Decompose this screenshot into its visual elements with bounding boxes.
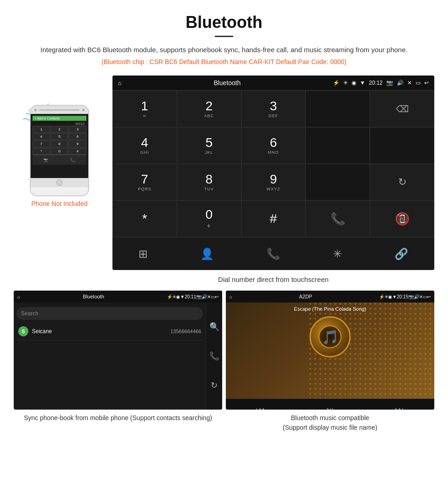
phonebook-caption: Sync phone-book from mobile phone (Suppo… bbox=[14, 410, 222, 423]
phone-key-hash[interactable]: # bbox=[69, 148, 86, 155]
phone-key-2[interactable]: 2 bbox=[51, 126, 69, 133]
dial-key-backspace[interactable]: ⌫ bbox=[370, 91, 434, 127]
top-section: 〜〜 〜〜 〜〜 ⚡ + Add to Contacts M210 1 2 3 bbox=[0, 76, 448, 291]
phone-dot-1 bbox=[34, 109, 37, 111]
phone-key-3[interactable]: 3 bbox=[69, 126, 86, 133]
header-description: Integrated with BC6 Bluetooth module, su… bbox=[27, 44, 421, 55]
dial-key-call[interactable]: 📞 bbox=[305, 200, 370, 237]
phone-not-included-label: Phone Not Included bbox=[32, 200, 88, 207]
phone-key-9[interactable]: 9 bbox=[69, 140, 86, 147]
music-album-art: 🎵 bbox=[309, 316, 351, 357]
statusbar-left: ⌂ bbox=[118, 80, 122, 86]
pb-side-search-icon[interactable]: 🔍 bbox=[209, 322, 219, 332]
phonebook-side-icons: 🔍 📞 ↻ bbox=[206, 303, 222, 410]
music-caption: Bluetooth music compatible(Support displ… bbox=[226, 410, 434, 432]
music-play-pause-icon[interactable]: ⏯ bbox=[325, 405, 335, 410]
pb-close-icon[interactable]: ✕ bbox=[207, 294, 211, 299]
phone-key-6[interactable]: 6 bbox=[69, 133, 86, 140]
music-statusbar: ⌂ A2DP ⚡ ✳ ◉ ▼ 20:15 📷 🔊 ✕ ▭ ↩ bbox=[226, 291, 434, 303]
dial-key-empty-4 bbox=[305, 164, 370, 200]
dial-key-8[interactable]: 8 TUV bbox=[177, 164, 241, 200]
contact-avatar: S bbox=[18, 326, 28, 336]
music-song-title: Escape (The Pina Colada Song) bbox=[294, 306, 366, 312]
page-title: Bluetooth bbox=[27, 13, 421, 32]
phone-number-display: M210 bbox=[32, 122, 86, 126]
phone-home-button[interactable] bbox=[56, 179, 63, 186]
close-icon[interactable]: ✕ bbox=[407, 80, 412, 86]
dial-key-0[interactable]: 0 + bbox=[177, 200, 241, 237]
phone-key-8[interactable]: 8 bbox=[51, 140, 69, 147]
dial-key-refresh[interactable]: ↻ bbox=[370, 164, 434, 200]
camera-icon[interactable]: 📷 bbox=[386, 80, 393, 86]
pb-volume-icon[interactable]: 🔊 bbox=[202, 294, 207, 299]
phone-key-4[interactable]: 4 bbox=[32, 133, 50, 140]
page-header: Bluetooth Integrated with BC6 Bluetooth … bbox=[0, 0, 448, 76]
pb-side-refresh-icon[interactable]: ↻ bbox=[211, 380, 218, 390]
contact-name: Seicane bbox=[32, 328, 171, 335]
phone-mock: + Add to Contacts M210 1 2 3 4 5 6 7 8 9… bbox=[30, 105, 89, 196]
dial-phone-icon[interactable]: 📞 bbox=[267, 248, 280, 260]
phonebook-statusbar: ⌂ Bluetooth ⚡ ✳ ◉ ▼ 20:11 📷 🔊 ✕ ▭ ↩ bbox=[14, 291, 222, 303]
phonebook-inner: Search S Seicane 13566664466 🔍 📞 ↻ bbox=[14, 303, 222, 410]
dial-key-2[interactable]: 2 ABC bbox=[177, 91, 241, 127]
screen-icon[interactable]: ▭ bbox=[416, 80, 421, 86]
phone-dialpad: 1 2 3 4 5 6 7 8 9 * 0 # bbox=[32, 126, 86, 155]
dial-key-3[interactable]: 3 DEF bbox=[241, 91, 306, 127]
dial-key-star[interactable]: * bbox=[112, 200, 177, 237]
pb-side-call-icon[interactable]: 📞 bbox=[209, 351, 219, 361]
dial-key-6[interactable]: 6 MNO bbox=[241, 127, 306, 164]
music-prev-icon[interactable]: ⏮ bbox=[256, 405, 265, 410]
phone-dot-2 bbox=[82, 109, 85, 111]
phone-speaker bbox=[39, 109, 80, 111]
phone-key-1[interactable]: 1 bbox=[32, 126, 50, 133]
phone-key-0[interactable]: 0 bbox=[51, 148, 69, 155]
music-volume-icon[interactable]: 🔊 bbox=[414, 294, 419, 299]
location-icon: ◉ bbox=[352, 80, 356, 86]
phonebook-search-bar[interactable]: Search bbox=[16, 307, 203, 320]
pb-back-icon[interactable]: ↩ bbox=[215, 294, 219, 299]
phone-key-7[interactable]: 7 bbox=[32, 140, 50, 147]
phone-key-star[interactable]: * bbox=[32, 148, 50, 155]
dial-grid-icon[interactable]: ⊞ bbox=[139, 248, 148, 260]
dial-screen-container: ⌂ Bluetooth ⚡ ✳ ◉ ▼ 20:12 📷 🔊 ✕ ▭ ↩ bbox=[112, 76, 434, 291]
title-divider bbox=[215, 36, 233, 37]
volume-icon[interactable]: 🔊 bbox=[397, 80, 404, 86]
contact-number: 13566664466 bbox=[171, 329, 201, 334]
music-time: 20:15 bbox=[397, 294, 408, 299]
pb-usb-icon: ⚡ bbox=[167, 294, 172, 299]
contact-row[interactable]: S Seicane 13566664466 bbox=[16, 323, 203, 340]
music-next-icon[interactable]: ⏭ bbox=[395, 405, 404, 410]
dial-bt-icon[interactable]: ✳ bbox=[333, 248, 342, 260]
phone-screen-header: + Add to Contacts bbox=[32, 116, 86, 121]
music-loc-icon: ◉ bbox=[388, 294, 392, 299]
dial-key-5[interactable]: 5 JKL bbox=[177, 127, 241, 164]
music-back-icon[interactable]: ↩ bbox=[427, 294, 431, 299]
dial-key-7[interactable]: 7 PQRS bbox=[112, 164, 177, 200]
dial-link-icon[interactable]: 🔗 bbox=[395, 248, 408, 260]
dial-key-1[interactable]: 1 ∞ bbox=[112, 91, 177, 127]
pb-screen-icon[interactable]: ▭ bbox=[211, 294, 215, 299]
back-icon[interactable]: ↩ bbox=[424, 80, 429, 86]
dial-key-9[interactable]: 9 WXYZ bbox=[241, 164, 306, 200]
dial-key-empty-1 bbox=[305, 91, 370, 127]
phone-key-5[interactable]: 5 bbox=[51, 133, 69, 140]
bottom-panels: ⌂ Bluetooth ⚡ ✳ ◉ ▼ 20:11 📷 🔊 ✕ ▭ ↩ Sear… bbox=[0, 291, 448, 446]
dial-key-end[interactable]: 📵 bbox=[370, 200, 434, 237]
music-bt-icon: ✳ bbox=[384, 294, 388, 299]
home-icon[interactable]: ⌂ bbox=[118, 80, 122, 86]
pb-time: 20:11 bbox=[185, 294, 196, 299]
phone-bottom-bar: 📷 📞 bbox=[32, 155, 86, 165]
dial-key-4[interactable]: 4 GHI bbox=[112, 127, 177, 164]
dial-key-hash[interactable]: # bbox=[241, 200, 306, 237]
dial-screen-caption: Dial number direct from touchscreen bbox=[112, 270, 434, 291]
music-camera-icon[interactable]: 📷 bbox=[408, 294, 414, 299]
dial-contact-icon[interactable]: 👤 bbox=[200, 248, 214, 260]
music-screen: ⌂ A2DP ⚡ ✳ ◉ ▼ 20:15 📷 🔊 ✕ ▭ ↩ bbox=[226, 291, 434, 410]
big-statusbar: ⌂ Bluetooth ⚡ ✳ ◉ ▼ 20:12 📷 🔊 ✕ ▭ ↩ bbox=[112, 76, 434, 90]
usb-icon: ⚡ bbox=[333, 80, 340, 86]
search-placeholder: Search bbox=[21, 310, 38, 317]
music-close-icon[interactable]: ✕ bbox=[419, 294, 423, 299]
music-panel: ⌂ A2DP ⚡ ✳ ◉ ▼ 20:15 📷 🔊 ✕ ▭ ↩ bbox=[226, 291, 434, 432]
music-screen-icon[interactable]: ▭ bbox=[423, 294, 427, 299]
pb-camera-icon[interactable]: 📷 bbox=[196, 294, 202, 299]
